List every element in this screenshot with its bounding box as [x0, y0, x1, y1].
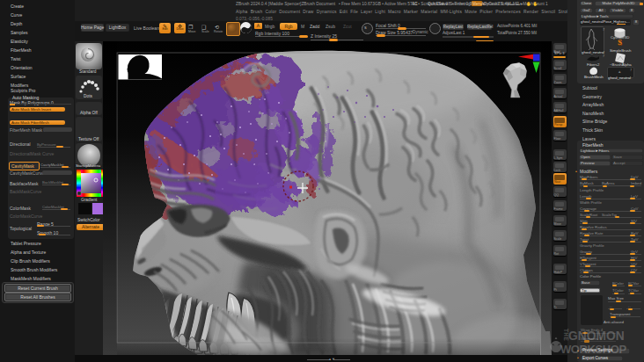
svg-text:WORKSHOP: WORKSHOP — [560, 343, 627, 356]
svg-text:GNOMON: GNOMON — [568, 329, 625, 343]
